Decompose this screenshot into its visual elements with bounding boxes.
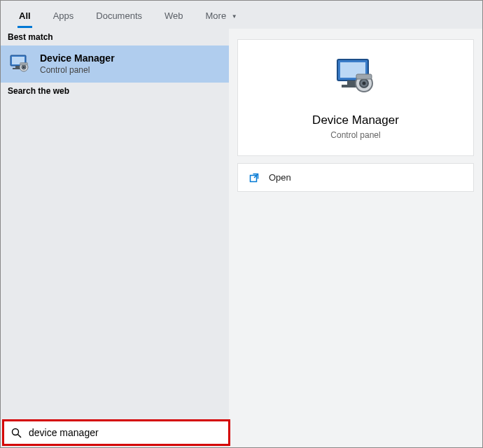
svg-point-14 <box>363 82 366 85</box>
preview-actions: Open <box>237 163 474 192</box>
svg-rect-15 <box>356 74 372 79</box>
section-heading-search-web: Search the web <box>1 83 229 99</box>
action-open[interactable]: Open <box>249 172 462 183</box>
svg-point-17 <box>13 428 19 435</box>
search-category-tabs: All Apps Documents Web More ▼ <box>1 1 482 29</box>
device-manager-icon <box>335 58 377 97</box>
svg-point-6 <box>23 66 25 69</box>
svg-line-18 <box>18 434 22 438</box>
search-input[interactable] <box>29 427 221 438</box>
result-text: Device Manager Control panel <box>40 52 115 76</box>
result-title: Device Manager <box>40 52 115 65</box>
tab-label: Apps <box>53 10 74 21</box>
section-heading-best-match: Best match <box>1 29 229 46</box>
action-label: Open <box>269 172 291 183</box>
preview-card: Device Manager Control panel <box>237 39 474 156</box>
preview-title: Device Manager <box>312 113 399 127</box>
svg-rect-7 <box>20 63 28 66</box>
tab-label: All <box>19 10 31 21</box>
tab-web[interactable]: Web <box>153 5 195 25</box>
tab-apps[interactable]: Apps <box>42 5 85 25</box>
device-manager-icon <box>9 55 30 73</box>
chevron-down-icon: ▼ <box>232 13 237 20</box>
search-icon <box>11 428 22 438</box>
tab-label: More <box>206 10 227 21</box>
preview-subtitle: Control panel <box>330 130 380 140</box>
tab-documents[interactable]: Documents <box>85 5 153 25</box>
main-content: Best match Device Manager <box>1 29 482 447</box>
tab-all[interactable]: All <box>8 5 42 25</box>
preview-panel: Device Manager Control panel Open <box>229 29 482 447</box>
tab-label: Web <box>164 10 183 21</box>
result-subtitle: Control panel <box>40 65 115 76</box>
tab-label: Documents <box>96 10 142 21</box>
open-icon <box>249 173 259 183</box>
result-device-manager[interactable]: Device Manager Control panel <box>1 46 229 83</box>
search-bar[interactable] <box>2 419 230 446</box>
tab-more[interactable]: More ▼ <box>195 5 248 25</box>
results-panel: Best match Device Manager <box>1 29 229 447</box>
